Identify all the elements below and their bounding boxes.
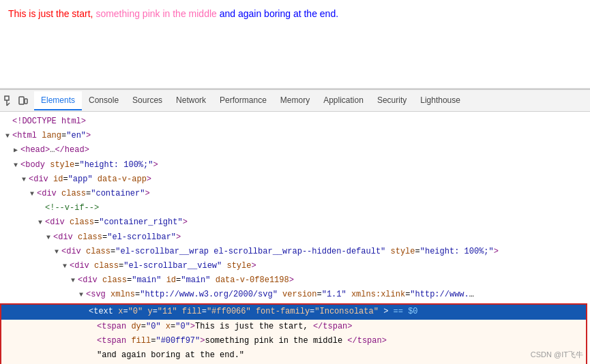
dom-body: ▼<body style="height: 100%;"> <box>0 158 590 172</box>
devtools-panel: Elements Console Sources Network Perform… <box>0 89 590 364</box>
device-icon[interactable] <box>16 94 30 108</box>
dom-html: ▼<html lang="en"> <box>0 129 590 143</box>
dom-div-el-scrollbar: ▼<div class="el-scrollbar"> <box>0 230 590 245</box>
tab-lighthouse[interactable]: Lighthouse <box>413 91 467 110</box>
tab-application[interactable]: Application <box>316 91 370 110</box>
toolbar-icons <box>3 94 30 108</box>
dom-text-selected[interactable]: <text x="0" y="11" fill="#ff0066" font-f… <box>1 305 586 319</box>
tab-sources[interactable]: Sources <box>126 91 169 110</box>
preview-text: This is just the start, something pink i… <box>8 7 338 21</box>
watermark: CSDN @IT飞牛 <box>531 350 583 360</box>
elements-panel[interactable]: <!DOCTYPE html> ▼<html lang="en"> ▶<head… <box>0 112 590 364</box>
devtools-toolbar: Elements Console Sources Network Perform… <box>0 90 590 112</box>
tab-security[interactable]: Security <box>370 91 413 110</box>
dom-div-app: ▼<div id="app" data-v-app> <box>0 172 590 187</box>
dom-text-boring: "and again boring at the end." <box>1 348 586 363</box>
svg-rect-0 <box>5 96 9 100</box>
dom-div-scrollbar-wrap: ▼<div class="el-scrollbar__wrap el-scrol… <box>0 245 590 259</box>
tab-console[interactable]: Console <box>82 91 126 110</box>
svg-rect-4 <box>25 99 27 104</box>
dom-div-scrollbar-view: ▼<div class="el-scrollbar__view" style> <box>0 259 590 273</box>
preview-area: This is just the start, something pink i… <box>0 0 590 89</box>
dom-div-container-right: ▼<div class="container_right"> <box>0 215 590 230</box>
dom-head: ▶<head>…</head> <box>0 143 590 157</box>
inspect-icon[interactable] <box>3 94 16 108</box>
svg-rect-3 <box>19 97 24 104</box>
tab-performance[interactable]: Performance <box>213 91 274 110</box>
dom-doctype: <!DOCTYPE html> <box>0 115 590 129</box>
dom-comment-vif: <!--v-if--> <box>0 201 590 215</box>
dom-tspan1: <tspan dy="0" x="0">This is just the sta… <box>1 320 586 334</box>
dom-div-container: ▼<div class="container"> <box>0 187 590 201</box>
dom-tspan2: <tspan fill="#00ff97">something pink in … <box>1 334 586 348</box>
dom-div-main: ▼<div class="main" id="main" data-v-0f8e… <box>0 273 590 288</box>
dom-svg: ▼<svg xmlns="http://www.w3.org/2000/svg"… <box>0 288 477 302</box>
tab-memory[interactable]: Memory <box>274 91 316 110</box>
tab-elements[interactable]: Elements <box>34 91 82 110</box>
tab-network[interactable]: Network <box>169 91 213 110</box>
highlighted-block: <text x="0" y="11" fill="#ff0066" font-f… <box>0 303 587 364</box>
